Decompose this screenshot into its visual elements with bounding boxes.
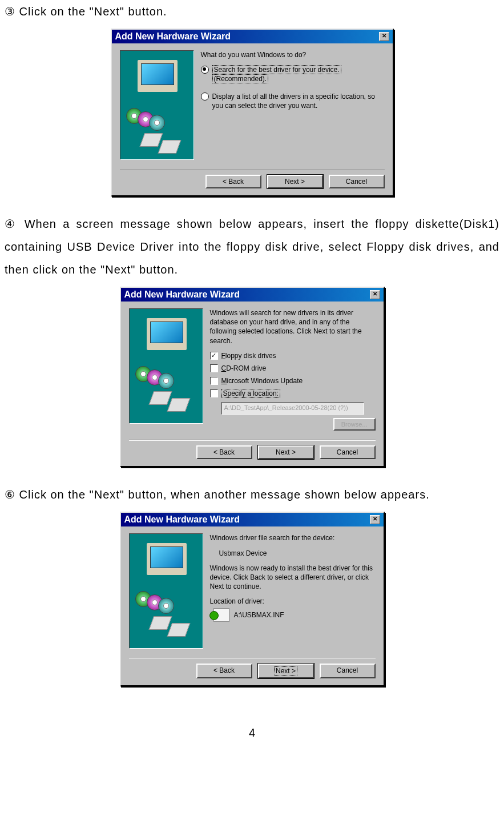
- checkbox-floppy[interactable]: ✓ Floppy disk drives: [210, 351, 376, 360]
- back-button[interactable]: < Back: [196, 664, 252, 678]
- opt1-line1: Search for the best driver for your devi…: [212, 65, 341, 74]
- driver-location: A:\USBMAX.INF: [213, 608, 376, 622]
- next-button[interactable]: Next >: [258, 445, 314, 459]
- titlebar: Add New Hardware Wizard ✕: [121, 513, 384, 526]
- dialog-title: Add New Hardware Wizard: [124, 290, 240, 300]
- dialog-title: Add New Hardware Wizard: [124, 514, 240, 525]
- wizard-graphic: [129, 308, 203, 424]
- checkbox-ms-update[interactable]: Microsoft Windows Update: [210, 376, 376, 385]
- dialog1-prompt: What do you want Windows to do?: [201, 50, 385, 59]
- checkbox-specify-location[interactable]: Specify a location:: [210, 389, 376, 398]
- close-icon[interactable]: ✕: [379, 32, 389, 41]
- radio-display-list[interactable]: Display a list of all the drivers in a s…: [201, 92, 385, 110]
- checkbox-icon: [210, 377, 218, 385]
- opt2-text: Display a list of all the drivers in a s…: [212, 92, 385, 110]
- wizard-graphic: [129, 533, 203, 649]
- checkbox-icon: [210, 389, 218, 397]
- next-button[interactable]: Next >: [267, 175, 323, 188]
- location-input: A:\DD_TestApp\_Release2000-05-28(20 (?)): [221, 402, 364, 415]
- back-button[interactable]: < Back: [205, 175, 261, 188]
- checkbox-icon: ✓: [210, 352, 218, 360]
- dialog-title: Add New Hardware Wizard: [115, 31, 231, 42]
- next-button[interactable]: Next >: [258, 664, 314, 678]
- cancel-button[interactable]: Cancel: [329, 175, 385, 188]
- step3-text: ③ Click on the "Next" button.: [5, 0, 499, 23]
- step4-text: ④ When a screen message shown below appe…: [5, 212, 499, 281]
- wizard-graphic: [120, 50, 194, 160]
- titlebar: Add New Hardware Wizard ✕: [112, 30, 393, 43]
- inf-file-icon: [213, 608, 229, 622]
- cancel-button[interactable]: Cancel: [320, 664, 376, 678]
- location-label: Location of driver:: [210, 597, 376, 606]
- dialog3-ready-text: Windows is now ready to install the best…: [210, 564, 376, 592]
- wizard-dialog-1: Add New Hardware Wizard ✕ What do you wa…: [111, 29, 394, 196]
- cancel-button[interactable]: Cancel: [320, 445, 376, 459]
- step6-text: ⑥ Click on the "Next" button, when anoth…: [5, 483, 499, 506]
- radio-icon: [201, 66, 209, 74]
- titlebar: Add New Hardware Wizard ✕: [121, 288, 384, 302]
- close-icon[interactable]: ✕: [370, 290, 380, 299]
- checkbox-cdrom[interactable]: CD-ROM drive: [210, 364, 376, 373]
- dialog2-prompt: Windows will search for new drivers in i…: [210, 308, 376, 345]
- radio-search-best[interactable]: Search for the best driver for your devi…: [201, 65, 385, 83]
- checkbox-icon: [210, 364, 218, 372]
- wizard-dialog-2: Add New Hardware Wizard ✕ Windows will s…: [120, 287, 385, 467]
- dialog3-heading: Windows driver file search for the devic…: [210, 533, 376, 542]
- browse-button: Browse...: [333, 418, 376, 431]
- radio-icon: [201, 93, 209, 101]
- back-button[interactable]: < Back: [196, 445, 252, 459]
- inf-path: A:\USBMAX.INF: [234, 610, 284, 620]
- device-name: Usbmax Device: [219, 549, 376, 558]
- opt1-line2: (Recommended).: [212, 74, 269, 83]
- page-number: 4: [5, 726, 499, 739]
- wizard-dialog-3: Add New Hardware Wizard ✕ Windows driver…: [120, 512, 385, 686]
- close-icon[interactable]: ✕: [370, 515, 380, 524]
